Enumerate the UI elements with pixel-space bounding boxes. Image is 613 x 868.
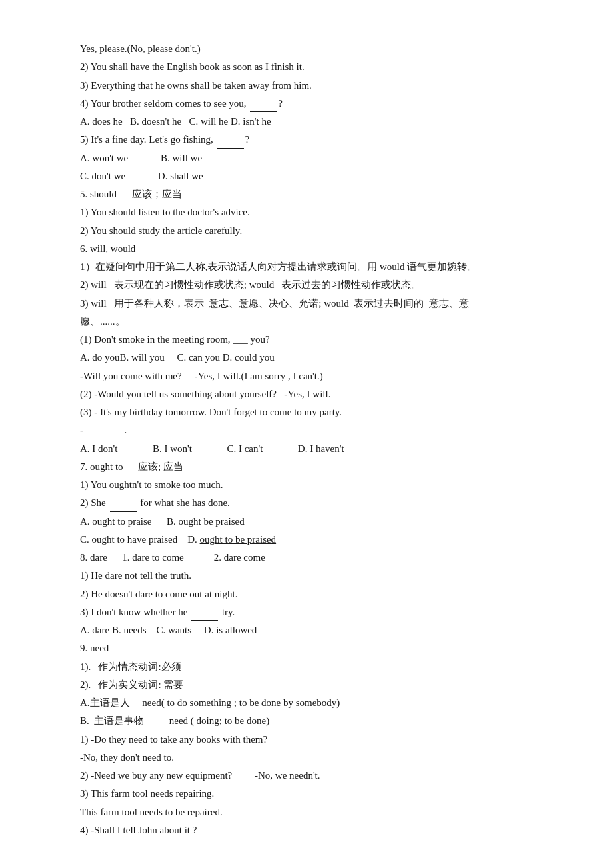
line-12: 6. will, would xyxy=(80,240,533,257)
line-19: (2) -Would you tell us something about y… xyxy=(80,385,533,403)
line-1: Yes, please.(No, please don't.) xyxy=(80,40,533,57)
line-9: 5. should 应该；应当 xyxy=(80,185,533,203)
line-43: 4) -Shall I tell John about it ? xyxy=(80,821,533,839)
main-content: Yes, please.(No, please don't.) 2) You s… xyxy=(80,40,533,839)
line-35: 2). 作为实义动词: 需要 xyxy=(80,676,533,693)
line-38: 1) -Do they need to take any books with … xyxy=(80,731,533,748)
line-17: A. do youB. will you C. can you D. could… xyxy=(80,349,533,366)
line-18: -Will you come with me? -Yes, I will.(I … xyxy=(80,367,533,385)
line-13: 1）在疑问句中用于第二人称,表示说话人向对方提出请求或询问。用 would 语气… xyxy=(80,258,533,275)
line-3: 3) Everything that he owns shall be take… xyxy=(80,77,533,94)
line-41: 3) This farm tool needs repairing. xyxy=(80,785,533,802)
line-31: 3) I don't know whether he try. xyxy=(80,603,533,621)
line-6: 5) It's a fine day. Let's go fishing, ? xyxy=(80,131,533,148)
line-42: This farm tool needs to be repaired. xyxy=(80,803,533,821)
line-7: A. won't we B. will we xyxy=(80,149,533,167)
line-40: 2) -Need we buy any new equipment? -No, … xyxy=(80,767,533,784)
line-20: (3) - It's my birthday tomorrow. Don't f… xyxy=(80,403,533,421)
line-11: 2) You should study the article carefull… xyxy=(80,222,533,239)
line-27: C. ought to have praised D. ought to be … xyxy=(80,531,533,548)
line-15: 3) will 用于各种人称，表示 意志、意愿、决心、允诺; would 表示过… xyxy=(80,295,533,312)
line-33: 9. need xyxy=(80,639,533,657)
line-22: A. I don't B. I won't C. I can't D. I ha… xyxy=(80,440,533,457)
line-2: 2) You shall have the English book as so… xyxy=(80,58,533,75)
line-5: A. does he B. doesn't he C. will he D. i… xyxy=(80,113,533,130)
line-8: C. don't we D. shall we xyxy=(80,167,533,185)
line-39: -No, they don't need to. xyxy=(80,749,533,766)
line-23: 7. ought to 应该; 应当 xyxy=(80,458,533,475)
line-10: 1) You should listen to the doctor's adv… xyxy=(80,203,533,221)
line-37: B. 主语是事物 need ( doing; to be done) xyxy=(80,712,533,729)
line-28: 8. dare 1. dare to come 2. dare come xyxy=(80,549,533,566)
line-30: 2) He doesn't dare to come out at night. xyxy=(80,585,533,603)
line-32: A. dare B. needs C. wants D. is allowed xyxy=(80,621,533,639)
line-25: 2) She for what she has done. xyxy=(80,494,533,511)
line-21: - . xyxy=(80,421,533,439)
line-14: 2) will 表示现在的习惯性动作或状态; would 表示过去的习惯性动作或… xyxy=(80,276,533,293)
line-4: 4) Your brother seldom comes to see you,… xyxy=(80,95,533,112)
line-15b: 愿、......。 xyxy=(80,313,533,330)
line-36: A.主语是人 need( to do something ; to be don… xyxy=(80,694,533,711)
line-24: 1) You oughtn't to smoke too much. xyxy=(80,476,533,493)
line-26: A. ought to praise B. ought be praised xyxy=(80,513,533,530)
line-16: (1) Don't smoke in the meeting room, ___… xyxy=(80,331,533,348)
line-29: 1) He dare not tell the truth. xyxy=(80,567,533,584)
line-34: 1). 作为情态动词:必须 xyxy=(80,658,533,675)
